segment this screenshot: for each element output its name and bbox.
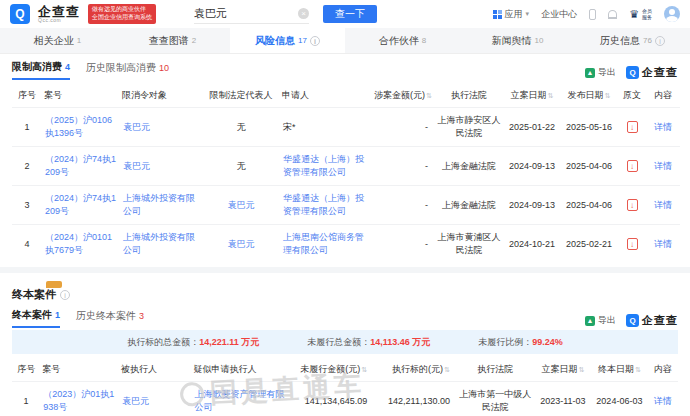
table-row: 4 （2024）沪0101执7679号 上海城外投资有限公司 袁巴元 上海思南公… (12, 225, 680, 264)
sortable-header[interactable]: 未履行金额(元)⇅ (288, 358, 373, 382)
sortable-header[interactable]: 立案日期⇅ (535, 358, 592, 382)
detail-link[interactable]: 详情 (654, 239, 672, 249)
apps-menu[interactable]: 应用 ▾ (493, 8, 530, 21)
crown-icon: ♛ (629, 9, 639, 20)
vip-member-link[interactable]: ♛ 会员 服务 (629, 8, 652, 20)
sort-icon: ⇅ (444, 366, 450, 373)
execution-summary-bar: 执行标的总金额：14,221.11 万元 未履行总金额：14,113.46 万元… (12, 330, 678, 354)
top-bar: Q 企查查 Qcc.com 做有远见的商业伙伴 全国企业信用查询系统 × 查一下… (0, 0, 690, 28)
restricted-person-link[interactable]: 袁巴元 (123, 122, 150, 132)
tab-risk-info[interactable]: 风险信息17 (230, 28, 345, 53)
table-row: 1 （2023）沪01执1938号 袁巴元 上海歌斐资产管理有限公司 141,1… (12, 382, 678, 416)
applicant-link[interactable]: 上海思南公馆商务管理有限公司 (283, 232, 364, 255)
detail-link[interactable]: 详情 (654, 396, 672, 406)
detail-link[interactable]: 详情 (654, 200, 672, 210)
tab-qcc-graph[interactable]: 查查图谱2 (115, 28, 230, 53)
unfulfilled-ratio: 99.24% (532, 337, 563, 347)
sort-icon: ⇅ (635, 366, 641, 373)
main-tab-bar: 相关企业1 查查图谱2 风险信息17 合作伙伴8 新闻舆情10 历史信息76 (0, 28, 690, 54)
case-number-link[interactable]: （2024）沪74执1209号 (45, 154, 116, 177)
section-title: 终本案件 (12, 287, 56, 302)
consumption-restriction-section: 限制高消费4 历史限制高消费10 ▲ 导出 Q 企查查 (0, 54, 690, 267)
new-badge (46, 281, 62, 288)
qcc-logo[interactable]: 企查查 Qcc.com (38, 5, 80, 23)
case-number-link[interactable]: （2023）沪01执1938号 (43, 389, 114, 412)
tab-related-companies[interactable]: 相关企业1 (0, 28, 115, 53)
subtab-history-consumption-restriction[interactable]: 历史限制高消费10 (86, 60, 169, 80)
search-button[interactable]: 查一下 (323, 5, 377, 23)
table-row: 1 （2025）沪0106执1396号 袁巴元 无 宋* - 上海市静安区人民法… (12, 108, 680, 147)
user-avatar[interactable] (664, 6, 680, 22)
sortable-header[interactable]: 终本日期⇅ (591, 358, 648, 382)
restricted-company-link[interactable]: 上海城外投资有限公司 (123, 232, 195, 255)
export-button[interactable]: ▲ 导出 (585, 66, 616, 79)
slogan-badge: 做有远见的商业伙伴 全国企业信用查询系统 (88, 4, 156, 24)
applicant-link[interactable]: 华盛通达（上海）投资管理有限公司 (283, 154, 364, 177)
sort-icon: ⇅ (605, 92, 611, 99)
sort-icon: ⇅ (426, 92, 432, 99)
qcc-risk-page: Q 企查查 Qcc.com 做有远见的商业伙伴 全国企业信用查询系统 × 查一下… (0, 0, 690, 416)
sort-icon: ⇅ (578, 366, 584, 373)
table-header-row: 序号 案号 限消令对象 限制法定代表人 申请人 涉案金额(元)⇅ 执行法院 立案… (12, 84, 680, 108)
sortable-header[interactable]: 立案日期⇅ (504, 84, 560, 108)
unfulfilled-amount: 14,113.46 万元 (370, 337, 430, 347)
pdf-document-icon[interactable]: ↓ (627, 238, 638, 250)
excel-export-icon: ▲ (585, 68, 595, 78)
restricted-person-link[interactable]: 袁巴元 (123, 161, 150, 171)
applicant-link[interactable]: 上海歌斐资产管理有限公司 (195, 389, 285, 412)
consumption-restriction-table: 序号 案号 限消令对象 限制法定代表人 申请人 涉案金额(元)⇅ 执行法院 立案… (12, 84, 680, 263)
export-button[interactable]: ▲ 导出 (585, 314, 616, 327)
search-input[interactable] (194, 8, 284, 20)
applicant-link[interactable]: 华盛通达（上海）投资管理有限公司 (283, 193, 364, 216)
tab-history-info[interactable]: 历史信息76 (575, 28, 690, 53)
subtab-consumption-restriction[interactable]: 限制高消费4 (12, 60, 70, 80)
search-box: × (194, 4, 309, 24)
clear-search-icon[interactable]: × (298, 8, 309, 19)
enterprise-center-link[interactable]: 企业中心 (541, 8, 577, 21)
tab-partners[interactable]: 合作伙伴8 (345, 28, 460, 53)
tab-news[interactable]: 新闻舆情10 (460, 28, 575, 53)
subtab-history-terminated-cases[interactable]: 历史终本案件3 (76, 308, 144, 328)
legal-rep-link[interactable]: 袁巴元 (228, 239, 255, 249)
table-header-row: 序号 案号 被执行人 疑似申请执行人 未履行金额(元)⇅ 执行标的(元)⇅ 执行… (12, 358, 678, 382)
notification-bell-icon[interactable] (608, 10, 617, 19)
restricted-company-link[interactable]: 上海城外投资有限公司 (123, 193, 195, 216)
pdf-document-icon[interactable]: ↓ (627, 121, 638, 133)
qcc-watermark-logo: Q 企查查 (626, 65, 678, 80)
detail-link[interactable]: 详情 (654, 122, 672, 132)
table-row: 3 （2024）沪74执1209号 上海城外投资有限公司 袁巴元 华盛通达（上海… (12, 186, 680, 225)
info-icon[interactable] (60, 290, 70, 300)
sort-icon: ⇅ (548, 92, 554, 99)
excel-export-icon: ▲ (585, 316, 595, 326)
executee-link[interactable]: 袁巴元 (122, 396, 149, 406)
legal-rep-link[interactable]: 袁巴元 (228, 200, 255, 210)
case-number-link[interactable]: （2024）沪0101执7679号 (45, 232, 112, 255)
total-target-amount: 14,221.11 万元 (199, 337, 259, 347)
case-number-link[interactable]: （2024）沪74执1209号 (45, 193, 116, 216)
qcc-watermark-logo: Q 企查查 (626, 313, 678, 328)
case-number-link[interactable]: （2025）沪0106执1396号 (45, 115, 112, 138)
qcc-logo-icon: Q (626, 66, 639, 79)
pdf-document-icon[interactable]: ↓ (627, 160, 638, 172)
pdf-document-icon[interactable]: ↓ (627, 199, 638, 211)
sortable-header[interactable]: 发布日期⇅ (560, 84, 618, 108)
table-row: 2 （2024）沪74执1209号 袁巴元 无 华盛通达（上海）投资管理有限公司… (12, 147, 680, 186)
terminated-case-section: 终本案件 终本案件1 历史终本案件3 ▲ 导出 Q 企查查 (0, 273, 690, 416)
info-icon[interactable] (655, 36, 665, 46)
terminated-case-table: 序号 案号 被执行人 疑似申请执行人 未履行金额(元)⇅ 执行标的(元)⇅ 执行… (12, 358, 678, 416)
sort-icon: ⇅ (361, 366, 367, 373)
apps-grid-icon (493, 10, 502, 19)
subtab-terminated-cases[interactable]: 终本案件1 (12, 308, 60, 328)
sortable-header[interactable]: 涉案金额(元)⇅ (372, 84, 434, 108)
mobile-app-icon[interactable] (589, 9, 596, 20)
qcc-logo-icon[interactable]: Q (10, 4, 30, 24)
chevron-down-icon: ▾ (526, 10, 530, 18)
sortable-header[interactable]: 执行标的(元)⇅ (373, 358, 456, 382)
info-icon[interactable] (310, 36, 320, 46)
qcc-logo-icon: Q (626, 314, 639, 327)
detail-link[interactable]: 详情 (654, 161, 672, 171)
